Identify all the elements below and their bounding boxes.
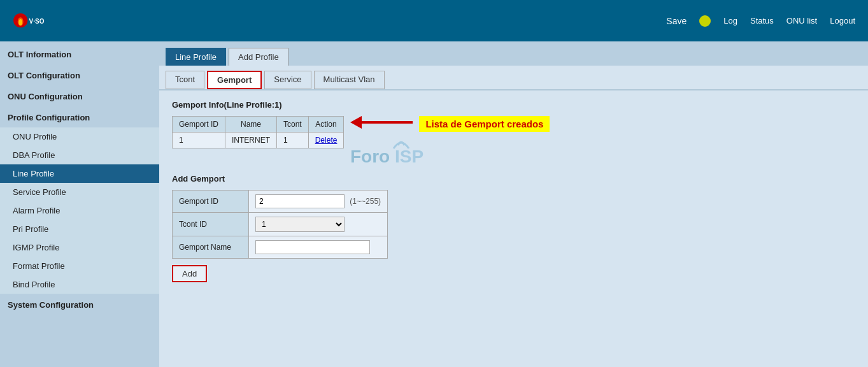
form-row-tcont-id: Tcont ID 1 xyxy=(173,213,388,236)
form-cell-gemport-name xyxy=(249,236,388,259)
header: V·SOL Save Log Status ONU list Logout xyxy=(0,0,868,41)
sidebar-item-service-profile[interactable]: Service Profile xyxy=(0,183,159,201)
form-row-gemport-id: Gemport ID (1~~255) xyxy=(173,191,388,213)
sidebar-item-alarm-profile[interactable]: Alarm Profile xyxy=(0,201,159,220)
tab-add-profile[interactable]: Add Profile xyxy=(229,48,288,66)
svg-text:V·SOL: V·SOL xyxy=(29,18,45,25)
sidebar: OLT Information OLT Configuration ONU Co… xyxy=(0,41,159,367)
gemport-table-row: Gemport ID Name Tcont Action 1 INTERNET … xyxy=(172,116,855,161)
tcont-id-select[interactable]: 1 xyxy=(255,217,345,232)
sidebar-group-onu-config: ONU Configuration xyxy=(0,87,159,106)
sidebar-item-line-profile[interactable]: Line Profile xyxy=(0,164,159,183)
sidebar-item-olt-information[interactable]: OLT Information xyxy=(0,45,159,64)
form-row-gemport-name: Gemport Name xyxy=(173,236,388,259)
form-cell-gemport-id: (1~~255) xyxy=(249,191,388,213)
inner-content: Gemport Info(Line Profile:1) Gemport ID … xyxy=(159,90,868,292)
sidebar-item-system-configuration[interactable]: System Configuration xyxy=(0,295,159,315)
gemport-table: Gemport ID Name Tcont Action 1 INTERNET … xyxy=(172,116,344,148)
sidebar-item-bind-profile[interactable]: Bind Profile xyxy=(0,275,159,294)
gemport-info-title: Gemport Info(Line Profile:1) xyxy=(172,100,855,110)
sidebar-group-olt-config: OLT Configuration xyxy=(0,66,159,85)
col-name: Name xyxy=(225,117,277,133)
cell-action: Delete xyxy=(308,133,344,148)
arrow-head xyxy=(350,116,362,129)
header-right: Save Log Status ONU list Logout xyxy=(666,15,855,27)
cell-name: INTERNET xyxy=(225,133,277,148)
tab-gemport[interactable]: Gemport xyxy=(207,71,262,89)
gemport-name-input[interactable] xyxy=(255,240,370,254)
col-gemport-id: Gemport ID xyxy=(173,117,225,133)
gemport-id-input[interactable] xyxy=(255,194,345,208)
onu-list-link[interactable]: ONU list xyxy=(786,16,817,25)
col-action: Action xyxy=(308,117,344,133)
vsol-logo: V·SOL xyxy=(13,6,45,35)
form-label-gemport-id: Gemport ID xyxy=(173,191,249,213)
add-gemport-form: Gemport ID (1~~255) Tcont ID 1 Gemp xyxy=(172,190,388,259)
svg-point-2 xyxy=(18,19,22,25)
form-label-gemport-name: Gemport Name xyxy=(173,236,249,259)
sidebar-item-onu-profile[interactable]: ONU Profile xyxy=(0,127,159,146)
top-tabs: Line Profile Add Profile xyxy=(159,41,868,66)
add-gemport-title: Add Gemport xyxy=(172,174,855,184)
sidebar-group-olt-info: OLT Information xyxy=(0,45,159,64)
sidebar-item-igmp-profile[interactable]: IGMP Profile xyxy=(0,238,159,257)
content-area: Line Profile Add Profile Tcont Gemport S… xyxy=(159,41,868,367)
sidebar-item-profile-configuration[interactable]: Profile Configuration xyxy=(0,108,159,127)
logo-area: V·SOL xyxy=(13,6,50,35)
tab-tcont[interactable]: Tcont xyxy=(166,71,204,89)
sidebar-item-onu-configuration[interactable]: ONU Configuration xyxy=(0,87,159,106)
form-label-tcont-id: Tcont ID xyxy=(173,213,249,236)
delete-link[interactable]: Delete xyxy=(315,136,338,145)
log-link[interactable]: Log xyxy=(723,16,737,25)
tab-multicast-vlan[interactable]: Multicast Vlan xyxy=(314,71,385,89)
add-button[interactable]: Add xyxy=(172,265,207,282)
form-cell-tcont-id: 1 xyxy=(249,213,388,236)
sidebar-group-profile-config: Profile Configuration ONU Profile DBA Pr… xyxy=(0,108,159,294)
logout-link[interactable]: Logout xyxy=(830,16,855,25)
sidebar-item-format-profile[interactable]: Format Profile xyxy=(0,257,159,275)
status-indicator xyxy=(699,15,711,27)
sidebar-item-pri-profile[interactable]: Pri Profile xyxy=(0,220,159,238)
status-link[interactable]: Status xyxy=(750,16,774,25)
tab-service[interactable]: Service xyxy=(264,71,311,89)
table-row: 1 INTERNET 1 Delete xyxy=(173,133,344,148)
annotation-label: Lista de Gemport creados xyxy=(419,116,550,132)
cell-tcont: 1 xyxy=(277,133,309,148)
gemport-id-hint: (1~~255) xyxy=(350,197,381,206)
arrow-line xyxy=(362,121,413,124)
annotation-arrow xyxy=(350,116,413,129)
sidebar-group-sys-config: System Configuration xyxy=(0,295,159,315)
sub-tabs: Tcont Gemport Service Multicast Vlan xyxy=(159,66,868,90)
tab-line-profile[interactable]: Line Profile xyxy=(166,48,226,66)
save-button[interactable]: Save xyxy=(666,16,687,26)
sidebar-item-olt-configuration[interactable]: OLT Configuration xyxy=(0,66,159,85)
main-layout: OLT Information OLT Configuration ONU Co… xyxy=(0,41,868,367)
col-tcont: Tcont xyxy=(277,117,309,133)
sidebar-item-dba-profile[interactable]: DBA Profile xyxy=(0,146,159,164)
cell-gemport-id: 1 xyxy=(173,133,225,148)
